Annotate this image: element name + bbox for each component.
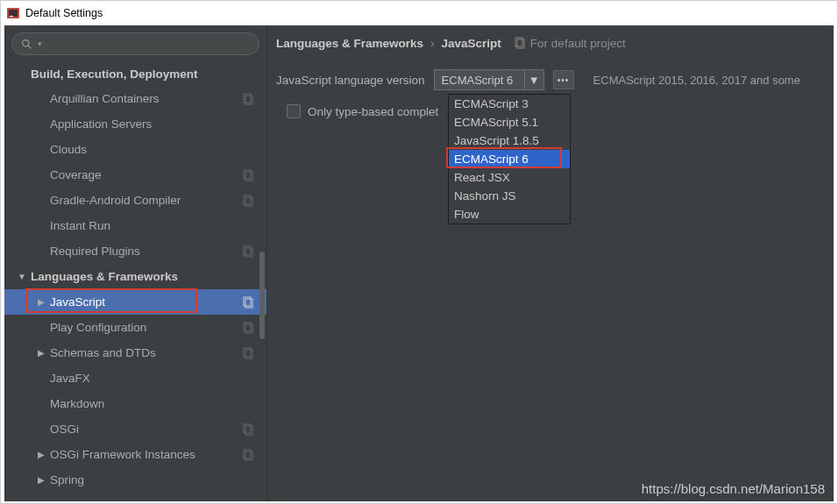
copy-icon	[242, 169, 254, 181]
breadcrumb: Languages & Frameworks › JavaScript For …	[267, 25, 834, 52]
copy-icon	[242, 347, 254, 359]
sidebar-item-spring[interactable]: ▶Spring	[4, 467, 266, 493]
chevron-right-icon: ▶	[36, 450, 46, 459]
search-input[interactable]: ▾	[11, 32, 259, 55]
copy-icon	[242, 423, 254, 436]
settings-main: Languages & Frameworks › JavaScript For …	[267, 25, 834, 501]
breadcrumb-part: JavaScript	[442, 37, 501, 50]
sidebar-item-coverage[interactable]: Coverage	[4, 162, 266, 188]
lang-version-combo[interactable]: ECMAScript 6 ▼	[434, 69, 544, 90]
sidebar-item-osgi-framework[interactable]: ▶OSGi Framework Instances	[4, 442, 266, 467]
dropdown-option[interactable]: Nashorn JS	[449, 187, 570, 205]
dropdown-option[interactable]: JavaScript 1.8.5	[449, 131, 570, 150]
svg-line-4	[28, 46, 31, 48]
only-type-based-checkbox[interactable]	[287, 104, 301, 118]
sidebar-item-arquillian[interactable]: Arquillian Containers	[4, 86, 266, 111]
chevron-right-icon: ▶	[36, 348, 46, 358]
settings-sidebar: ▾ Build, Execution, Deployment Arquillia…	[4, 25, 267, 501]
sidebar-item-app-servers[interactable]: Application Servers	[4, 111, 266, 137]
copy-icon	[242, 322, 254, 334]
chevron-down-icon: ▼	[17, 272, 27, 281]
svg-rect-1	[9, 10, 18, 17]
search-icon	[21, 39, 32, 50]
sidebar-item-gradle-android[interactable]: Gradle-Android Compiler	[4, 188, 266, 213]
sidebar-item-javafx[interactable]: JavaFX	[4, 366, 266, 391]
dropdown-option[interactable]: Flow	[449, 205, 570, 224]
sidebar-item-markdown[interactable]: Markdown	[4, 391, 266, 416]
sidebar-group-lang-frameworks[interactable]: ▼Languages & Frameworks	[4, 264, 266, 289]
breadcrumb-part: Languages & Frameworks	[276, 37, 423, 50]
settings-tree: Build, Execution, Deployment Arquillian …	[4, 60, 266, 493]
dropdown-option[interactable]: ECMAScript 3	[449, 95, 570, 113]
svg-point-3	[23, 39, 29, 46]
lang-version-label: JavaScript language version	[276, 74, 425, 87]
sidebar-item-play-config[interactable]: Play Configuration	[4, 315, 266, 340]
only-type-based-label: Only type-based complet	[308, 105, 438, 118]
dropdown-option[interactable]: ECMAScript 5.1	[449, 113, 570, 131]
copy-icon	[242, 449, 254, 461]
copy-icon	[242, 296, 254, 309]
watermark: https://blog.csdn.net/Marion158	[642, 481, 825, 496]
sidebar-item-javascript[interactable]: ▶JavaScript	[4, 289, 266, 315]
chevron-right-icon: ▶	[36, 297, 46, 307]
chevron-right-icon: ▶	[36, 475, 46, 485]
copy-icon	[514, 37, 526, 49]
chevron-down-icon: ▼	[524, 70, 543, 89]
tree-heading-build: Build, Execution, Deployment	[4, 60, 266, 86]
combo-value: ECMAScript 6	[442, 74, 514, 87]
copy-icon	[242, 245, 254, 258]
sidebar-item-instant-run[interactable]: Instant Run	[4, 213, 266, 238]
sidebar-item-required-plugins[interactable]: Required Plugins	[4, 238, 266, 264]
chevron-right-icon: ›	[430, 37, 435, 50]
title-bar: Default Settings	[1, 1, 837, 25]
scrollbar-thumb[interactable]	[259, 252, 265, 339]
sidebar-item-osgi[interactable]: OSGi	[4, 416, 266, 442]
window-title: Default Settings	[25, 7, 103, 19]
sidebar-item-clouds[interactable]: Clouds	[4, 137, 266, 162]
copy-icon	[242, 195, 254, 207]
lang-version-dropdown[interactable]: ECMAScript 3 ECMAScript 5.1 JavaScript 1…	[448, 94, 571, 224]
copy-icon	[242, 93, 254, 105]
project-scope-hint: For default project	[514, 37, 626, 50]
svg-rect-2	[10, 16, 13, 17]
sidebar-item-schemas-dtds[interactable]: ▶Schemas and DTDs	[4, 340, 266, 366]
chevron-down-icon: ▾	[38, 39, 42, 48]
lang-version-hint: ECMAScript 2015, 2016, 2017 and some	[593, 74, 800, 87]
more-button[interactable]: •••	[553, 70, 574, 89]
dropdown-option[interactable]: ECMAScript 6	[449, 150, 570, 168]
app-icon	[6, 6, 20, 20]
dropdown-option[interactable]: React JSX	[449, 168, 570, 187]
